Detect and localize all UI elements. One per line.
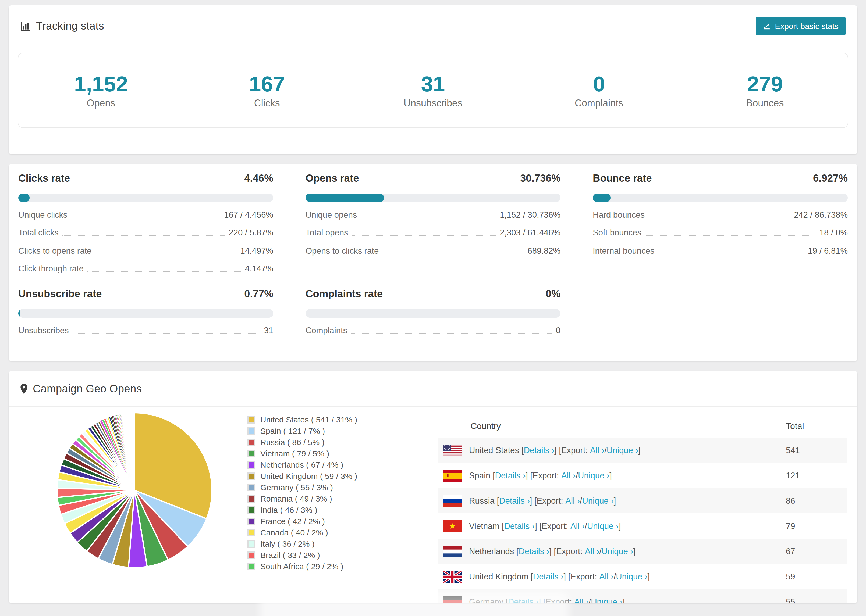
legend-label: Vietnam ( 79 / 5% ) (260, 449, 329, 458)
export-unique-link[interactable]: Unique › (591, 597, 622, 603)
rate-panel-unsubscribe: Unsubscribe rate0.77%Unsubscribes31 (18, 288, 273, 336)
details-link[interactable]: Details › (504, 521, 535, 531)
stat-box: 31Unsubscribes (350, 53, 516, 127)
details-link[interactable]: Details › (499, 496, 530, 506)
total-value: 59 (786, 572, 847, 581)
export-unique-link[interactable]: Unique › (582, 496, 614, 506)
stat-value: 167 (249, 72, 285, 96)
legend-label: India ( 46 / 3% ) (260, 505, 317, 514)
export-all-link[interactable]: All › (574, 597, 589, 603)
rate-panel-complaints: Complaints rate0%Complaints0 (305, 288, 561, 336)
stat-box: 0Complaints (516, 53, 682, 127)
details-link[interactable]: Details › (495, 471, 526, 480)
legend-item: United Kingdom ( 59 / 3% ) (247, 470, 357, 482)
export-all-link[interactable]: All › (599, 572, 614, 581)
stat-value: 31 (421, 72, 445, 96)
details-link[interactable]: Details › (533, 572, 564, 581)
details-link[interactable]: Details › (518, 546, 549, 556)
table-row: Spain [Details ›] [Export: All › / Uniqu… (438, 463, 847, 488)
country-name: Vietnam (469, 521, 499, 531)
rate-title: Complaints rate (305, 288, 383, 300)
legend-item: Canada ( 40 / 2% ) (247, 527, 357, 538)
legend-swatch (247, 540, 255, 547)
country-name: Spain (469, 471, 490, 480)
export-unique-link[interactable]: Unique › (616, 572, 647, 581)
export-all-link[interactable]: All › (561, 471, 576, 480)
rate-stat-label: Click through rate (18, 264, 83, 274)
tracking-stats-header: Tracking stats Export basic stats (9, 5, 857, 47)
rate-stat-value: 31 (264, 326, 274, 336)
legend-swatch (247, 529, 255, 536)
legend-swatch (247, 438, 255, 446)
export-icon (762, 22, 770, 30)
legend-swatch (247, 461, 255, 468)
legend-label: Netherlands ( 67 / 4% ) (260, 460, 343, 469)
export-unique-link[interactable]: Unique › (578, 471, 609, 480)
rate-stat-label: Opens to clicks rate (305, 246, 379, 256)
legend-label: United States ( 541 / 31% ) (260, 415, 357, 424)
geo-table-body: United States [Details ›] [Export: All ›… (438, 438, 847, 603)
rate-stat-row: Unsubscribes31 (18, 325, 273, 336)
stat-label: Opens (87, 97, 115, 109)
export-all-link[interactable]: All › (565, 496, 579, 506)
stats-strip: 1,152Opens167Clicks31Unsubscribes0Compla… (18, 53, 848, 128)
legend-label: Spain ( 121 / 7% ) (260, 426, 325, 435)
total-value: 55 (786, 597, 847, 603)
rate-value: 30.736% (520, 173, 561, 184)
legend-item: Spain ( 121 / 7% ) (247, 425, 357, 437)
export-unique-link[interactable]: Unique › (607, 445, 638, 455)
legend-label: United Kingdom ( 59 / 3% ) (260, 471, 357, 481)
geo-pie-chart (55, 411, 214, 569)
flag-gb-icon (443, 570, 461, 582)
legend-label: Russia ( 86 / 5% ) (260, 438, 324, 447)
rate-stat-row: Clicks to opens rate14.497% (18, 245, 273, 256)
geo-header: Campaign Geo Opens (9, 371, 857, 407)
bar-chart-icon (20, 21, 31, 31)
rate-title: Bounce rate (593, 173, 652, 184)
export-all-link[interactable]: All › (585, 546, 599, 556)
export-unique-link[interactable]: Unique › (601, 546, 633, 556)
stat-label: Complaints (575, 97, 623, 109)
rate-stat-value: 220 / 5.87% (229, 228, 273, 238)
table-row: Vietnam [Details ›] [Export: All › / Uni… (438, 513, 847, 539)
dotted-leader (351, 325, 552, 333)
rate-stat-row: Hard bounces242 / 86.738% (593, 209, 848, 220)
legend-item: Romania ( 49 / 3% ) (247, 493, 357, 504)
rate-stat-row: Opens to clicks rate689.82% (305, 245, 561, 256)
stat-label: Unsubscribes (404, 97, 462, 109)
rate-stat-value: 14.497% (241, 246, 273, 256)
geo-table: Country Total United States [Details ›] … (438, 415, 847, 603)
rates-row-2: Unsubscribe rate0.77%Unsubscribes31Compl… (9, 274, 857, 336)
export-basic-stats-button[interactable]: Export basic stats (756, 17, 846, 36)
rate-stat-value: 2,303 / 61.446% (500, 228, 561, 238)
rate-stat-row: Click through rate4.147% (18, 263, 273, 274)
total-value: 541 (786, 445, 847, 455)
rate-panel-bounce: Bounce rate6.927%Hard bounces242 / 86.73… (593, 173, 848, 274)
dotted-leader (95, 245, 236, 254)
table-row: United States [Details ›] [Export: All ›… (438, 438, 847, 463)
flag-vn-icon (443, 520, 461, 532)
rate-stat-row: Internal bounces19 / 6.81% (593, 245, 848, 256)
total-value: 67 (786, 546, 847, 556)
rate-stat-label: Complaints (305, 326, 347, 336)
legend-label: Brazil ( 33 / 2% ) (260, 550, 320, 559)
export-all-link[interactable]: All › (590, 445, 604, 455)
country-name: Russia (469, 496, 494, 506)
rate-stat-value: 19 / 6.81% (808, 246, 848, 256)
rate-stat-label: Unique opens (305, 210, 357, 220)
dotted-leader (383, 245, 524, 254)
stat-value: 1,152 (74, 72, 128, 96)
flag-us-icon (443, 444, 461, 456)
rate-stat-label: Unsubscribes (18, 326, 69, 336)
rate-value: 6.927% (813, 173, 848, 184)
export-unique-link[interactable]: Unique › (587, 521, 619, 531)
export-all-link[interactable]: All › (570, 521, 585, 531)
legend-swatch (247, 484, 255, 491)
progress-bar (18, 309, 273, 318)
rate-stat-row: Unique clicks167 / 4.456% (18, 209, 273, 220)
rate-title: Unsubscribe rate (18, 288, 102, 300)
details-link[interactable]: Details › (524, 445, 554, 455)
rates-row-1: Clicks rate4.46%Unique clicks167 / 4.456… (9, 164, 857, 274)
rate-stat-row: Complaints0 (305, 325, 561, 336)
progress-bar-fill (18, 309, 20, 318)
